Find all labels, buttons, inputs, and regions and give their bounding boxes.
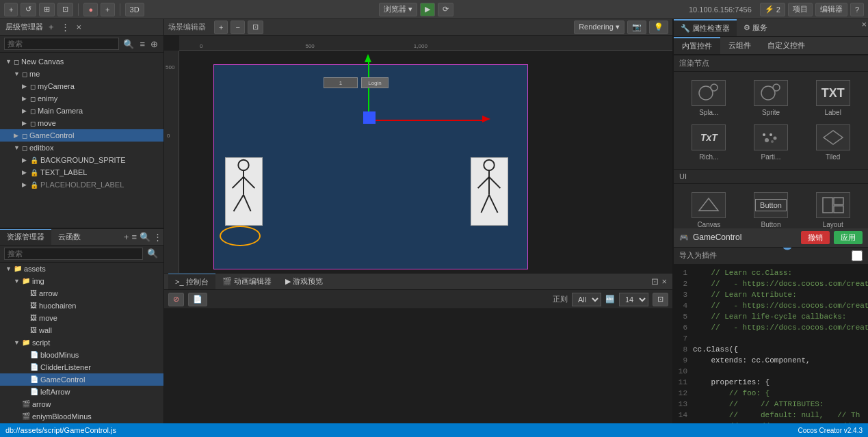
asset-search-icon2[interactable]: 🔍: [138, 232, 152, 242]
rendering-dropdown[interactable]: Rendering ▾: [574, 21, 624, 34]
asset-list-icon[interactable]: ≡: [130, 232, 138, 242]
tree-item-enimy[interactable]: ▶ ◻ enimy: [0, 92, 163, 105]
expand-arrow-script[interactable]: ▼: [14, 339, 22, 346]
record-button[interactable]: ●: [83, 3, 98, 16]
expand-arrow-bg-sprite[interactable]: ▶: [22, 157, 30, 163]
right-tab-inspector[interactable]: 🔧 属性检查器: [674, 19, 737, 36]
tree-item-mycamera[interactable]: ▶ ◻ myCamera: [0, 80, 163, 92]
tree-item-placeholder[interactable]: ▶ 🔒 PLACEHOLDER_LABEL: [0, 178, 163, 191]
hierarchy-options-icon[interactable]: ⋮: [60, 22, 71, 32]
asset-add-icon[interactable]: +: [122, 232, 131, 242]
camera-button[interactable]: 📷: [627, 21, 646, 34]
asset-item-gamecontrol-js[interactable]: 📄 GameControl: [0, 373, 163, 386]
asset-item-img[interactable]: ▼ 📁 img: [0, 275, 163, 287]
add2-button[interactable]: +: [101, 3, 114, 16]
expand-arrow-gamecontrol[interactable]: ▶: [14, 132, 22, 139]
expand-arrow-editbox[interactable]: ▼: [14, 144, 22, 151]
project-button[interactable]: 项目: [788, 3, 813, 16]
widget-tab-cloud[interactable]: 云组件: [720, 37, 759, 54]
asset-item-eniym[interactable]: 🎬 eniymBloodMinus: [0, 410, 163, 423]
asset-item-bloodminus[interactable]: 📄 bloodMinus: [0, 349, 163, 361]
tree-item-move[interactable]: ▶ ◻ move: [0, 117, 163, 129]
help-button[interactable]: ?: [850, 3, 864, 16]
login-btn-sim[interactable]: Login: [361, 77, 389, 88]
widget-tab-builtin[interactable]: 内置控件: [674, 37, 720, 54]
expand-arrow-mycamera[interactable]: ▶: [22, 83, 30, 90]
asset-search-input[interactable]: [4, 248, 143, 260]
expand-arrow-text-label[interactable]: ▶: [22, 169, 30, 176]
inspector-close-icon[interactable]: ×: [860, 19, 868, 36]
expand-arrow-canvas[interactable]: ▼: [5, 58, 14, 65]
light-button[interactable]: 💡: [649, 21, 668, 34]
3d-button[interactable]: 3D: [125, 3, 144, 16]
expand-arrow-placeholder[interactable]: ▶: [22, 181, 30, 188]
hierarchy-filter-icon[interactable]: ≡: [138, 39, 146, 49]
scene-canvas[interactable]: 使用鼠标右键手势缩放焦点，使用滚轮缩放视图 0 500 1,000 500 0: [164, 36, 672, 273]
asset-search-submit[interactable]: 🔍: [146, 248, 159, 259]
plugin-checkbox[interactable]: [852, 250, 863, 261]
hierarchy-search-input[interactable]: [4, 38, 119, 50]
widget-item-particle[interactable]: Parti...: [741, 122, 801, 163]
asset-item-huochairen[interactable]: 🖼 huochairen: [0, 300, 163, 312]
console-filter-select[interactable]: All: [572, 293, 601, 306]
expand-arrow-main-camera[interactable]: ▶: [22, 107, 30, 114]
scene-zoom-out[interactable]: −: [231, 21, 244, 34]
console-clear-btn[interactable]: ⊘: [168, 293, 184, 306]
tree-item-new-canvas[interactable]: ▼ ◻ New Canvas: [0, 55, 163, 68]
widget-item-tiled[interactable]: Tiled: [803, 122, 863, 163]
tab-preview[interactable]: ▶ 游戏预览: [278, 274, 330, 289]
console-options-icon[interactable]: ⊡: [650, 276, 660, 287]
asset-item-script[interactable]: ▼ 📁 script: [0, 336, 163, 349]
hierarchy-close-icon[interactable]: ×: [75, 22, 83, 32]
console-close-icon[interactable]: ×: [660, 276, 668, 287]
console-fontsize-select[interactable]: 14: [619, 293, 648, 306]
tree-item-gamecontrol[interactable]: ▶ ◻ GameControl: [0, 129, 163, 142]
scene-zoom-in[interactable]: +: [214, 21, 228, 34]
tree-item-me[interactable]: ▼ ◻ me: [0, 68, 163, 80]
asset-tab-manager[interactable]: 资源管理器: [0, 229, 51, 245]
connected-button[interactable]: ⚡ 2: [760, 3, 785, 16]
cancel-button[interactable]: 撤销: [801, 231, 830, 244]
tree-item-text-label[interactable]: ▶ 🔒 TEXT_LABEL: [0, 166, 163, 178]
asset-item-arrow-anim[interactable]: 🎬 arrow: [0, 398, 163, 410]
tab-animation[interactable]: 🎬 动画编辑器: [215, 274, 278, 289]
widget-item-label[interactable]: TXT Label: [803, 77, 863, 119]
asset-item-clidder[interactable]: 📄 ClidderListener: [0, 361, 163, 373]
widget-item-splash[interactable]: Spla...: [679, 77, 739, 119]
expand-arrow-move[interactable]: ▶: [22, 120, 30, 127]
widget-item-sprite[interactable]: Sprite: [741, 77, 801, 119]
snap-button[interactable]: ⊡: [57, 3, 73, 16]
tree-item-bg-sprite[interactable]: ▶ 🔒 BACKGROUND_SPRITE: [0, 154, 163, 166]
console-save-btn[interactable]: 📄: [188, 293, 207, 306]
right-tab-service[interactable]: ⚙ 服务: [737, 19, 774, 36]
add-button[interactable]: +: [4, 3, 18, 16]
apply-button[interactable]: 应用: [834, 231, 863, 244]
widget-item-rich[interactable]: TxT Rich...: [679, 122, 739, 163]
widget-item-button[interactable]: Button Button: [741, 189, 801, 231]
asset-item-arrow[interactable]: 🖼 arrow: [0, 287, 163, 300]
tree-item-main-camera[interactable]: ▶ ◻ Main Camera: [0, 105, 163, 117]
expand-arrow-enimy[interactable]: ▶: [22, 95, 30, 102]
asset-item-leftarrow[interactable]: 📄 leftArrow: [0, 386, 163, 398]
editor-button[interactable]: 编辑器: [815, 3, 847, 16]
play-button[interactable]: ▶: [420, 3, 435, 16]
grid-button[interactable]: ⊞: [39, 3, 55, 16]
hierarchy-sort-icon[interactable]: ⊕: [149, 39, 159, 49]
tree-item-editbox[interactable]: ▼ ◻ editbox: [0, 142, 163, 154]
asset-item-wall[interactable]: 🖼 wall: [0, 324, 163, 336]
search-icon[interactable]: 🔍: [122, 39, 135, 49]
browse-button[interactable]: 浏览器 ▾: [379, 3, 417, 16]
asset-item-move-img[interactable]: 🖼 move: [0, 312, 163, 324]
pause-button[interactable]: ⟳: [438, 3, 453, 16]
asset-item-assets[interactable]: ▼ 📁 assets: [0, 263, 163, 275]
widget-item-canvas[interactable]: Canvas: [679, 189, 739, 231]
expand-arrow-img[interactable]: ▼: [14, 278, 22, 284]
hierarchy-add-icon[interactable]: +: [47, 22, 55, 32]
tab-console[interactable]: >_ 控制台: [168, 274, 215, 289]
expand-arrow-me[interactable]: ▼: [14, 70, 22, 77]
scene-fit[interactable]: ⊡: [248, 21, 263, 34]
widget-item-layout[interactable]: Layout: [803, 189, 863, 231]
widget-tab-custom[interactable]: 自定义控件: [759, 37, 813, 54]
expand-arrow-assets[interactable]: ▼: [5, 265, 14, 272]
console-expand-btn[interactable]: ⊡: [653, 293, 668, 306]
